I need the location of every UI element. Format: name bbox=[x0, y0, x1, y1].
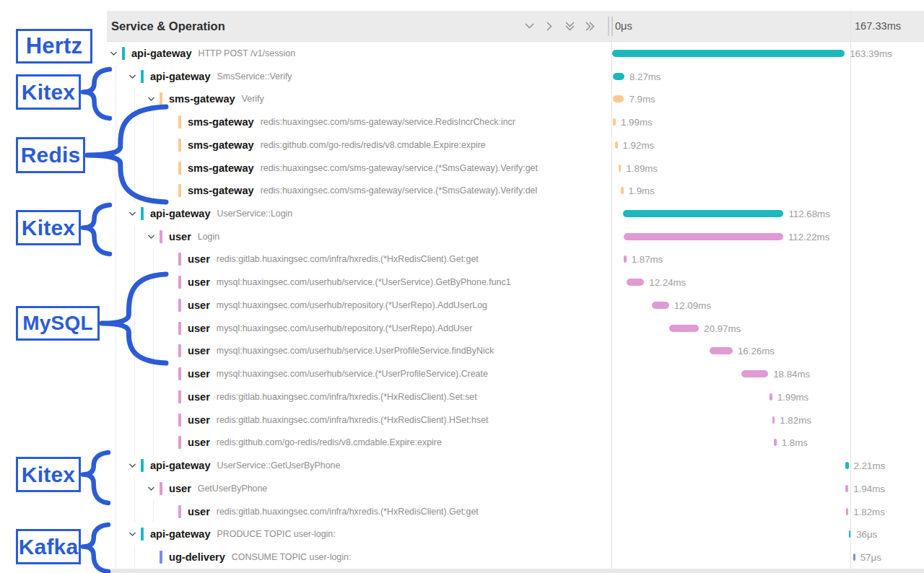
indent-guide bbox=[116, 157, 116, 180]
panel-bottom-edge bbox=[107, 569, 924, 573]
span-duration-bar[interactable] bbox=[624, 233, 783, 240]
span-duration-bar[interactable] bbox=[621, 187, 624, 194]
span-row[interactable]: usermysql:huaxingsec.com/userhub/reposit… bbox=[107, 317, 924, 340]
span-row[interactable]: userredis:gitlab.huaxingsec.com/infra/hx… bbox=[107, 248, 924, 271]
span-duration-bar[interactable] bbox=[741, 370, 768, 377]
service-name: user bbox=[169, 483, 191, 494]
indent-guide bbox=[116, 340, 116, 363]
span-row[interactable]: userredis:gitlab.huaxingsec.com/infra/hx… bbox=[107, 408, 924, 432]
span-name-column: userredis:gitlab.huaxingsec.com/infra/hx… bbox=[107, 248, 611, 271]
service-name: user bbox=[188, 506, 210, 517]
indent-guide bbox=[116, 362, 116, 385]
indent-guide bbox=[116, 431, 116, 454]
operation-name: redis:gitlab.huaxingsec.com/infra/hxredi… bbox=[217, 415, 489, 425]
indent-guide bbox=[116, 134, 116, 157]
span-row[interactable]: usermysql:huaxingsec.com/userhub/reposit… bbox=[107, 294, 924, 317]
span-row[interactable]: api-gatewayUserService::GetUserByPhone2.… bbox=[107, 454, 924, 477]
span-duration-bar[interactable] bbox=[846, 508, 849, 515]
span-duration-bar[interactable] bbox=[853, 554, 855, 561]
span-duration-bar[interactable] bbox=[613, 95, 624, 102]
span-row[interactable]: api-gatewayPRODUCE TOPIC user-login:36μs bbox=[107, 522, 924, 546]
indent-guide bbox=[134, 477, 135, 500]
span-bar-column: 36μs bbox=[611, 522, 924, 546]
chevron-down-icon[interactable] bbox=[524, 21, 535, 32]
collapse-chevron-icon[interactable] bbox=[147, 484, 160, 493]
span-bar-column: 1.99ms bbox=[611, 385, 924, 408]
span-row[interactable]: userredis:gitlab.huaxingsec.com/infra/hx… bbox=[107, 500, 924, 523]
column-resizer-grip[interactable] bbox=[611, 17, 613, 36]
double-chevron-right-icon[interactable] bbox=[585, 21, 596, 32]
annotation-box-mysql: MySQL bbox=[16, 306, 100, 341]
span-duration-bar[interactable] bbox=[619, 165, 622, 172]
span-row[interactable]: usermysql:huaxingsec.com/userhub/service… bbox=[107, 340, 924, 363]
span-name-column: userredis:gitlab.huaxingsec.com/infra/hx… bbox=[107, 500, 611, 523]
span-duration-bar[interactable] bbox=[612, 50, 845, 57]
operation-name: UserService::Login bbox=[217, 209, 293, 219]
service-color-bar bbox=[178, 390, 181, 403]
span-row[interactable]: userredis:gitlab.huaxingsec.com/infra/hx… bbox=[107, 385, 924, 408]
annotation-brace-kitex bbox=[83, 69, 110, 118]
service-name: api-gateway bbox=[150, 71, 211, 82]
span-duration-bar[interactable] bbox=[615, 141, 618, 149]
span-duration-bar[interactable] bbox=[770, 393, 772, 401]
indent-guide bbox=[116, 408, 116, 432]
span-duration-bar[interactable] bbox=[772, 416, 775, 424]
span-row[interactable]: sms-gatewayredis:huaxingsec.com/sms-gate… bbox=[107, 157, 924, 180]
span-row[interactable]: sms-gatewayredis:huaxingsec.com/sms-gate… bbox=[107, 179, 924, 202]
span-row[interactable]: api-gatewaySmsService::Verify8.27ms bbox=[107, 65, 924, 88]
service-name: sms-gateway bbox=[188, 139, 254, 151]
span-row[interactable]: userGetUserByPhone1.94ms bbox=[107, 477, 924, 500]
collapse-chevron-icon[interactable] bbox=[147, 232, 160, 241]
span-duration-bar[interactable] bbox=[624, 255, 627, 263]
service-color-bar bbox=[141, 207, 144, 220]
span-duration-bar[interactable] bbox=[623, 210, 783, 217]
service-color-bar bbox=[122, 47, 125, 60]
indent-guide bbox=[116, 546, 116, 569]
span-row[interactable]: sms-gatewayredis:github.com/go-redis/red… bbox=[107, 134, 924, 157]
service-color-bar bbox=[178, 115, 181, 128]
span-row[interactable]: usermysql:huaxingsec.com/userhub/service… bbox=[107, 362, 924, 385]
collapse-chevron-icon[interactable] bbox=[128, 530, 141, 538]
span-row[interactable]: userredis:github.com/go-redis/redis/v8.c… bbox=[107, 431, 924, 454]
span-duration-bar[interactable] bbox=[627, 279, 644, 286]
span-bar-column: 1.94ms bbox=[611, 477, 924, 500]
span-duration-bar[interactable] bbox=[613, 118, 616, 126]
span-name-column: api-gatewaySmsService::Verify bbox=[107, 65, 611, 88]
chevron-right-icon[interactable] bbox=[544, 21, 555, 32]
operation-name: CONSUME TOPIC user-login: bbox=[232, 552, 351, 562]
span-duration-label: 1.82ms bbox=[780, 414, 811, 425]
collapse-chevron-icon[interactable] bbox=[128, 72, 141, 81]
column-resizer-grip[interactable] bbox=[608, 17, 609, 36]
span-duration-bar[interactable] bbox=[845, 485, 848, 492]
span-duration-bar[interactable] bbox=[613, 73, 624, 80]
span-duration-bar[interactable] bbox=[652, 302, 669, 309]
service-name: api-gateway bbox=[150, 208, 211, 219]
indent-guide bbox=[153, 385, 154, 408]
span-duration-label: 1.9ms bbox=[629, 185, 655, 196]
span-duration-bar[interactable] bbox=[710, 347, 733, 354]
collapse-chevron-icon[interactable] bbox=[147, 95, 160, 103]
span-row[interactable]: api-gatewayUserService::Login112.68ms bbox=[107, 202, 924, 225]
span-row[interactable]: api-gatewayHTTP POST /v1/session163.39ms bbox=[107, 42, 924, 65]
collapse-chevron-icon[interactable] bbox=[128, 461, 141, 470]
service-name: user bbox=[188, 437, 210, 448]
span-duration-bar[interactable] bbox=[845, 462, 848, 469]
span-row[interactable]: usermysql:huaxingsec.com/userhub/service… bbox=[107, 271, 924, 294]
span-bar-column: 163.39ms bbox=[611, 42, 924, 65]
span-row[interactable]: ug-deliveryCONSUME TOPIC user-login:57μs bbox=[107, 546, 924, 569]
span-row[interactable]: sms-gatewayVerify7.9ms bbox=[107, 87, 924, 110]
timeline-end-label: 167.33ms bbox=[855, 11, 901, 41]
collapse-chevron-icon[interactable] bbox=[128, 209, 141, 218]
collapse-chevron-icon[interactable] bbox=[110, 49, 122, 58]
span-duration-bar[interactable] bbox=[669, 325, 699, 332]
service-name: user bbox=[169, 231, 191, 242]
span-row[interactable]: sms-gatewayredis:huaxingsec.com/sms-gate… bbox=[107, 110, 924, 134]
span-duration-label: 1.99ms bbox=[777, 391, 809, 402]
span-bar-column: 12.24ms bbox=[611, 271, 924, 294]
double-chevron-down-icon[interactable] bbox=[565, 21, 575, 32]
span-row[interactable]: userLogin112.22ms bbox=[107, 225, 924, 248]
indent-guide bbox=[153, 317, 154, 340]
operation-name: mysql:huaxingsec.com/userhub/service.Use… bbox=[217, 346, 494, 356]
indent-guide bbox=[116, 522, 116, 546]
span-duration-bar[interactable] bbox=[774, 439, 777, 446]
